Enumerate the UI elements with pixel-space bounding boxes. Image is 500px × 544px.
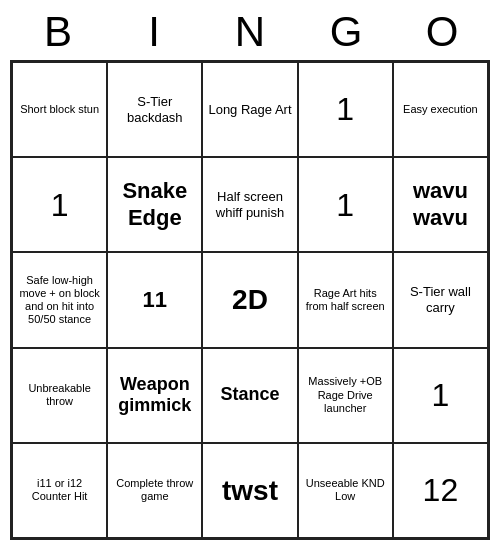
cell-0-1: S-Tier backdash [107,62,202,157]
cell-0-2: Long Rage Art [202,62,297,157]
cell-1-1: Snake Edge [107,157,202,252]
title-g: G [306,8,386,56]
cell-2-4: S-Tier wall carry [393,252,488,347]
cell-3-4: 1 [393,348,488,443]
cell-1-0: 1 [12,157,107,252]
cell-0-4: Easy execution [393,62,488,157]
cell-3-2: Stance [202,348,297,443]
cell-0-0: Short block stun [12,62,107,157]
cell-4-1: Complete throw game [107,443,202,538]
cell-4-2: twst [202,443,297,538]
title-o: O [402,8,482,56]
cell-1-4: wavu wavu [393,157,488,252]
cell-0-3: 1 [298,62,393,157]
cell-2-1: 11 [107,252,202,347]
cell-2-0: Safe low-high move + on block and on hit… [12,252,107,347]
cell-4-3: Unseeable KND Low [298,443,393,538]
cell-3-3: Massively +OB Rage Drive launcher [298,348,393,443]
cell-2-2: 2D [202,252,297,347]
cell-2-3: Rage Art hits from half screen [298,252,393,347]
cell-4-0: i11 or i12 Counter Hit [12,443,107,538]
cell-3-1: Weapon gimmick [107,348,202,443]
bingo-grid: Short block stun S-Tier backdash Long Ra… [10,60,490,540]
title-b: B [18,8,98,56]
bingo-title: B I N G O [10,0,490,60]
title-i: I [114,8,194,56]
cell-1-3: 1 [298,157,393,252]
cell-3-0: Unbreakable throw [12,348,107,443]
cell-1-2: Half screen whiff punish [202,157,297,252]
cell-4-4: 12 [393,443,488,538]
title-n: N [210,8,290,56]
